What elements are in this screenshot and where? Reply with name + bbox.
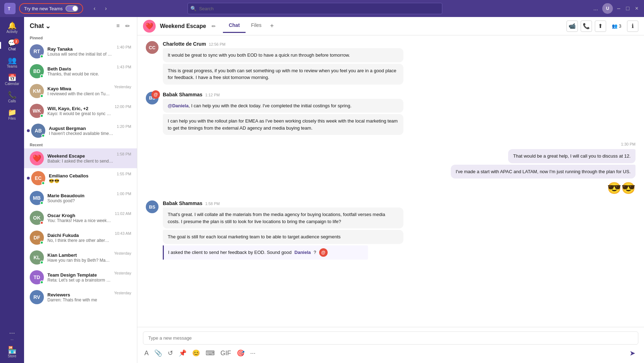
chat-preview: I reviewed with the client on Tuesda... (47, 91, 110, 96)
tab-chat[interactable]: Chat (223, 19, 245, 33)
chat-avatar: KM (30, 84, 44, 98)
chat-item-ray-tanaka[interactable]: RT Ray Tanaka Louisa will send the initi… (24, 41, 137, 61)
chat-item-will-kayo-eric[interactable]: WK Will, Kayo, Eric, +2 Kayo: It would b… (24, 101, 137, 121)
chat-panel-title[interactable]: Chat ⌄ (30, 22, 51, 30)
sidebar-label-calendar: Calendar (5, 82, 19, 86)
loop-icon[interactable]: ↺ (166, 348, 174, 358)
chat-list-header: Chat ⌄ ≡ ✏ (24, 17, 137, 34)
chat-time: 1:55 PM (117, 171, 131, 176)
attach-icon[interactable]: 📎 (153, 348, 163, 358)
chat-item-daichi-fukuda[interactable]: DF Daichi Fukuda No, I think there are o… (24, 228, 137, 248)
chat-preview: Louisa will send the initial list of att… (47, 52, 113, 57)
status-indicator (40, 94, 44, 98)
sidebar-item-activity[interactable]: 🔔 Activity (3, 20, 21, 36)
chat-item-august-bergman[interactable]: AB August Bergman I haven't checked avai… (24, 121, 137, 141)
chat-info: Reviewers Darren: Thats fine with me (47, 292, 110, 302)
message-group: BS Babak Shammas 1:58 PM That's great. I… (146, 200, 636, 260)
search-icon: 🔍 (190, 6, 196, 11)
chat-item-team-design-template[interactable]: TD Team Design Template Reta: Let's set … (24, 267, 137, 287)
chat-avatar: RV (30, 290, 44, 304)
tab-files[interactable]: Files (246, 19, 268, 33)
status-indicator (41, 181, 45, 185)
screenshare-button[interactable]: ⬆ (595, 21, 606, 32)
chat-avatar: TD (30, 270, 44, 284)
sidebar-item-calendar[interactable]: 📅 Calendar (3, 72, 21, 88)
app-logo: T (4, 3, 16, 14)
chat-info: Oscar Krogh You: Thanks! Have a nice wee… (47, 213, 111, 223)
chat-time: Yesterday (114, 250, 131, 255)
chat-item-kian-lambert[interactable]: KL Kian Lambert Have you ran this by Bet… (24, 248, 137, 267)
chat-name: Oscar Krogh (47, 213, 111, 218)
chat-info: August Bergman I haven't checked availab… (49, 126, 113, 136)
audio-call-button[interactable]: 📞 (581, 21, 592, 32)
chat-preview: Thanks, that would be nice. (47, 72, 113, 76)
maximize-button[interactable]: □ (625, 4, 631, 13)
at-icon: @ (319, 248, 328, 257)
status-indicator (40, 201, 44, 205)
message-time: 1:58 PM (205, 202, 220, 206)
message-group-own: 1:30 PMThat would be a great help, I wil… (146, 142, 636, 195)
keyboard-icon[interactable]: ⌨ (204, 348, 216, 358)
message-avatar: CC (146, 41, 159, 54)
more-options-icon[interactable]: ... (592, 4, 599, 13)
more-tools-icon[interactable]: ··· (249, 348, 257, 358)
chat-time: 10:43 AM (115, 231, 131, 236)
search-input[interactable] (188, 3, 442, 14)
close-button[interactable]: × (634, 4, 640, 13)
chat-time: 1:20 PM (117, 124, 131, 129)
chat-time: 11:02 AM (115, 211, 131, 216)
message-input[interactable] (143, 331, 638, 345)
clip-icon[interactable]: 📌 (177, 348, 188, 358)
chat-item-emiliano-ceballos[interactable]: EC Emiliano Ceballos 😎😎 1:55 PM (24, 168, 137, 188)
chat-preview: Kayo: It would be great to sync with... (47, 111, 111, 116)
format-icon[interactable]: A (143, 348, 150, 358)
sidebar-item-teams[interactable]: 👥 Teams (3, 55, 21, 70)
video-call-button[interactable]: 📹 (567, 21, 578, 32)
user-avatar-top[interactable]: U (602, 3, 613, 14)
participants-button[interactable]: 👥 3 (609, 22, 624, 30)
sidebar-item-files[interactable]: 📁 Files (3, 107, 21, 123)
sidebar-label-more: ... (11, 337, 13, 341)
forward-button[interactable]: › (101, 4, 111, 13)
chat-avatar: RT (30, 44, 44, 58)
add-tab-icon[interactable]: + (267, 19, 277, 33)
chat-item-kayo-miwa[interactable]: KM Kayo Miwa I reviewed with the client … (24, 81, 137, 101)
sidebar-item-calls[interactable]: 📞 Calls (3, 89, 21, 105)
gif-icon[interactable]: GIF (219, 348, 232, 358)
message-header: Babak Shammas 1:12 PM (163, 92, 636, 97)
try-new-teams-label: Try the new Teams (24, 6, 63, 11)
send-button[interactable]: ➤ (627, 347, 638, 359)
filter-icon[interactable]: ≡ (115, 21, 121, 31)
back-button[interactable]: ‹ (90, 4, 99, 13)
own-message-bubble: I've made a start with APAC and LATAM, n… (451, 165, 636, 179)
chat-info-button[interactable]: ℹ (627, 21, 638, 32)
emoji-icon[interactable]: 😊 (191, 348, 201, 358)
message-group: BS @ Babak Shammas 1:12 PM @Daniela, I c… (146, 92, 636, 137)
try-new-teams-banner[interactable]: Try the new Teams (19, 3, 83, 14)
sidebar-item-more[interactable]: ··· ... (3, 327, 21, 343)
sticker-icon[interactable]: 🎯 (235, 348, 246, 358)
message-sender: Babak Shammas (163, 200, 202, 206)
chat-info: Daichi Fukuda No, I think there are othe… (47, 233, 111, 243)
chat-info: Will, Kayo, Eric, +2 Kayo: It would be g… (47, 106, 111, 116)
sidebar-item-store[interactable]: 🏪 Store (3, 344, 21, 360)
chat-preview: 😎😎 (49, 178, 113, 183)
chat-item-oscar-krogh[interactable]: OK Oscar Krogh You: Thanks! Have a nice … (24, 208, 137, 228)
status-indicator (40, 261, 44, 264)
quoted-message: I asked the client to send her feedback … (163, 245, 368, 260)
edit-chat-title-icon[interactable]: ✏ (212, 23, 216, 29)
minimize-button[interactable]: – (616, 4, 622, 13)
chat-info: Weekend Escape Babak: I asked the client… (47, 153, 113, 164)
new-chat-icon[interactable]: ✏ (124, 21, 131, 31)
chat-preview: Babak: I asked the client to send her fe… (47, 159, 113, 164)
sidebar-item-chat[interactable]: 💬 Chat2 (3, 37, 21, 53)
chat-item-beth-davis[interactable]: BD Beth Davis Thanks, that would be nice… (24, 61, 137, 81)
chat-preview: I haven't checked available times yet (49, 131, 113, 136)
chat-dropdown-icon: ⌄ (45, 22, 51, 30)
try-new-teams-toggle[interactable] (65, 5, 78, 12)
chat-item-marie-beaudouin[interactable]: MB Marie Beaudouin Sounds good? 1:00 PM (24, 188, 137, 208)
chat-item-reviewers[interactable]: RV Reviewers Darren: Thats fine with me … (24, 287, 137, 307)
message-time: 1:30 PM (621, 142, 636, 146)
chat-item-weekend-escape[interactable]: ❤️ Weekend Escape Babak: I asked the cli… (24, 148, 137, 168)
chat-avatar: EC (31, 171, 45, 185)
